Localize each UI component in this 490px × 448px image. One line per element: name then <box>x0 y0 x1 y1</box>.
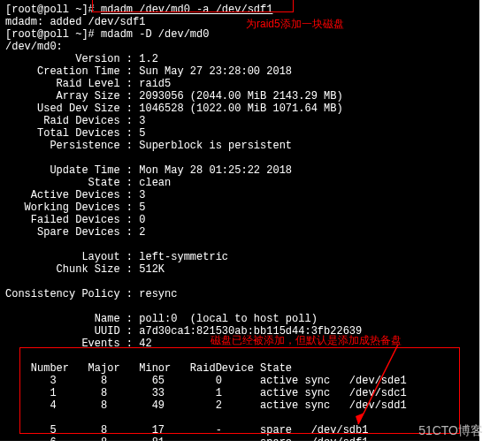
table-row: 4 8 49 2 active sync /dev/sdd1 <box>5 399 474 412</box>
blank-1 <box>5 152 474 164</box>
watermark-text: 51CTO博客 <box>418 423 483 439</box>
blank-3 <box>5 276 474 288</box>
prompt-line-1: [root@poll ~]# mdadm /dev/md0 -a /dev/sd… <box>5 4 474 16</box>
table-row: 3 8 65 0 active sync /dev/sde1 <box>5 375 474 387</box>
table-row <box>5 412 474 424</box>
info-active-dev: Active Devices : 3 <box>5 189 474 201</box>
annotation-2: 磁盘已经被添加，但默认是添加成热备盘 <box>211 334 402 346</box>
prompt-2: [root@poll ~]# <box>5 28 101 41</box>
info-working-dev: Working Devices : 5 <box>5 201 474 214</box>
response-1: mdadm: added /dev/sdf1 <box>5 16 474 28</box>
table-header: Number Major Minor RaidDevice State <box>5 362 474 375</box>
prompt-1: [root@poll ~]# <box>5 4 101 16</box>
device-line: /dev/md0: <box>5 41 474 53</box>
info-creation-time: Creation Time : Sun May 27 23:28:00 2018 <box>5 65 474 78</box>
blank-2 <box>5 239 474 251</box>
info-chunk-size: Chunk Size : 512K <box>5 263 474 276</box>
info-update-time: Update Time : Mon May 28 01:25:22 2018 <box>5 164 474 177</box>
table-row: 5 8 17 - spare /dev/sdb1 <box>5 424 474 437</box>
info-raid-level: Raid Level : raid5 <box>5 78 474 90</box>
info-name: Name : poll:0 (local to host poll) <box>5 313 474 325</box>
info-raid-devices: Raid Devices : 3 <box>5 115 474 127</box>
blank-4 <box>5 300 474 313</box>
terminal-window: [root@poll ~]# mdadm /dev/md0 -a /dev/sd… <box>0 0 479 441</box>
command-1: mdadm /dev/md0 -a /dev/sdf1 <box>101 4 272 16</box>
command-2: mdadm -D /dev/md0 <box>101 28 209 41</box>
info-total-devices: Total Devices : 5 <box>5 127 474 140</box>
info-failed-dev: Failed Devices : 0 <box>5 214 474 226</box>
info-version: Version : 1.2 <box>5 53 474 65</box>
info-layout: Layout : left-symmetric <box>5 251 474 263</box>
info-state: State : clean <box>5 177 474 189</box>
blank-5 <box>5 350 474 362</box>
info-array-size: Array Size : 2093056 (2044.00 MiB 2143.2… <box>5 90 474 103</box>
info-cons-policy: Consistency Policy : resync <box>5 288 474 300</box>
table-row: 1 8 33 1 active sync /dev/sdc1 <box>5 387 474 399</box>
info-used-dev-size: Used Dev Size : 1046528 (1022.00 MiB 107… <box>5 103 474 115</box>
prompt-line-2: [root@poll ~]# mdadm -D /dev/md0 <box>5 28 474 41</box>
annotation-1: 为raid5添加一块磁盘 <box>246 18 344 30</box>
info-spare-dev: Spare Devices : 2 <box>5 226 474 239</box>
table-row: 6 8 81 - spare /dev/sdf1 <box>5 437 474 448</box>
info-persistence: Persistence : Superblock is persistent <box>5 140 474 152</box>
